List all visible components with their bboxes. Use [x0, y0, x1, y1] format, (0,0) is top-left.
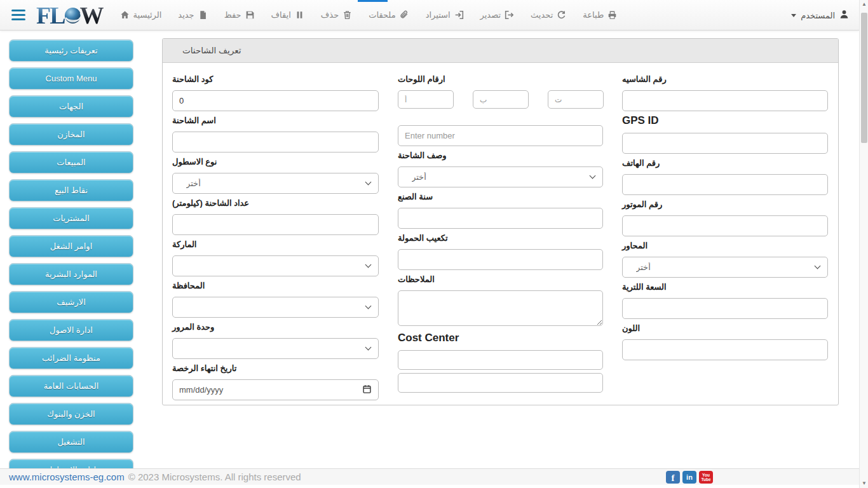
sidebar-item-label: منظومة الضرائب — [42, 353, 100, 363]
cost-center-input-2[interactable] — [398, 373, 603, 393]
load-volume-input[interactable] — [398, 249, 603, 270]
phone-number-input[interactable] — [622, 174, 828, 195]
plate-letter-2-input[interactable] — [473, 90, 529, 109]
scroll-up-arrow[interactable]: ▲ — [860, 0, 868, 9]
sidebar-item-warehouses[interactable]: المخازن — [9, 123, 133, 146]
toolbar-item-pause[interactable]: ايقاف — [263, 0, 313, 30]
form-column-middle: ارقام اللوحات وصف الشاحنة أختر سنة الصنع… — [398, 73, 603, 400]
odometer-input[interactable] — [172, 214, 379, 235]
governorate-select[interactable] — [172, 297, 379, 318]
date-placeholder: mm/dd/yyyy — [179, 385, 223, 395]
panel-body: كود الشاحنة اسم الشاحنة نوع الاسطول أختر… — [163, 63, 838, 400]
toolbar-item-label: تحديث — [531, 10, 553, 20]
top-accent-strip — [358, 0, 388, 2]
toolbar-item-delete[interactable]: حذف — [313, 0, 360, 30]
notes-textarea[interactable] — [398, 290, 603, 326]
vertical-scrollbar[interactable]: ▲ ▼ — [859, 0, 868, 488]
toolbar-item-import[interactable]: استيراد — [417, 0, 472, 30]
manufacture-year-label: سنة الصنع — [398, 192, 603, 201]
website-link[interactable]: www.microsystems-eg.com — [9, 471, 125, 482]
sidebar-item-pos[interactable]: نقاط البيع — [9, 179, 133, 201]
motor-number-label: رقم الموتور — [622, 200, 828, 209]
pause-icon — [295, 10, 304, 20]
notes-label: الملاحظات — [398, 274, 603, 284]
plate-number-input[interactable] — [398, 125, 603, 146]
color-label: اللون — [622, 323, 828, 333]
sidebar-item-archive[interactable]: الارشيف — [9, 291, 133, 313]
toolbar-item-label: جديد — [178, 10, 194, 20]
gps-id-label: GPS ID — [622, 114, 828, 127]
logo-text-w: W — [80, 3, 104, 27]
sidebar-item-label: Custom Menu — [46, 74, 97, 83]
scrollbar-thumb[interactable] — [861, 13, 867, 143]
refresh-icon — [557, 10, 566, 20]
toolbar-item-home[interactable]: الرئيسية — [112, 0, 170, 30]
liter-capacity-label: السعة اللترية — [622, 282, 828, 292]
sidebar-item-operation[interactable]: التشغيل — [9, 431, 133, 453]
toolbar-item-refresh[interactable]: تحديث — [522, 0, 574, 30]
chassis-number-label: رقم الشاسيه — [622, 74, 828, 84]
color-input[interactable] — [622, 339, 828, 360]
toolbar-item-export[interactable]: تصدير — [472, 0, 523, 30]
footer-social: finYouTube — [666, 471, 713, 484]
brand-select[interactable] — [172, 255, 379, 276]
sidebar-item-label: تعريفات رئيسية — [44, 46, 97, 55]
truck-definition-panel: تعريف الشاحنات كود الشاحنة اسم الشاحنة ن… — [162, 38, 839, 405]
cost-center-inputs — [398, 350, 603, 396]
toolbar-item-label: حذف — [321, 10, 339, 20]
gps-id-input[interactable] — [622, 133, 828, 154]
toolbar-item-save[interactable]: حفظ — [216, 0, 263, 30]
odometer-label: عداد الشاحنة (كيلومتر) — [172, 198, 379, 208]
toolbar: FL W الرئيسيةجديدحفظايقافحذفملحقاتاستيرا… — [0, 0, 859, 30]
sidebar-item-custom-menu[interactable]: Custom Menu — [9, 67, 133, 90]
calendar-icon-slot — [362, 384, 372, 396]
sidebar-item-tax-system[interactable]: منظومة الضرائب — [9, 347, 133, 369]
sidebar-item-label: نقاط البيع — [55, 186, 88, 195]
user-menu[interactable]: المستخدم — [791, 0, 849, 30]
toolbar-item-label: طباعة — [583, 10, 604, 20]
toolbar-items: الرئيسيةجديدحفظايقافحذفملحقاتاستيرادتصدي… — [112, 0, 626, 30]
axles-select[interactable]: أختر — [622, 257, 828, 278]
truck-code-label: كود الشاحنة — [172, 74, 379, 84]
menu-icon[interactable] — [11, 7, 25, 22]
cost-center-input-1[interactable] — [398, 350, 603, 370]
truck-name-input[interactable] — [172, 132, 379, 152]
motor-number-input[interactable] — [622, 215, 828, 236]
plate-letter-3-input[interactable] — [548, 90, 604, 109]
toolbar-item-new[interactable]: جديد — [170, 0, 215, 30]
person-icon — [839, 10, 849, 19]
sidebar-item-main-definitions[interactable]: تعريفات رئيسية — [9, 39, 133, 62]
chevron-down-icon — [791, 14, 796, 17]
truck-code-input[interactable] — [172, 90, 379, 111]
sidebar-item-label: الخزن والبنوك — [47, 409, 95, 419]
trash-icon — [342, 10, 352, 20]
save-icon — [245, 10, 255, 20]
sidebar-item-purchases[interactable]: المشتريات — [9, 207, 133, 229]
facebook-icon[interactable]: f — [666, 471, 680, 484]
sidebar-item-hr[interactable]: الموارد البشرية — [9, 263, 133, 285]
fleet-type-select[interactable]: أختر — [172, 173, 379, 194]
toolbar-item-print[interactable]: طباعة — [574, 0, 625, 30]
chassis-number-input[interactable] — [622, 90, 828, 111]
scroll-down-arrow[interactable]: ▼ — [860, 479, 868, 488]
sidebar-item-sales[interactable]: المبيعات — [9, 151, 133, 173]
sidebar-item-treasury-banks[interactable]: الخزن والبنوك — [9, 403, 133, 425]
sidebar-item-entities[interactable]: الجهات — [9, 95, 133, 118]
plate-letter-1-input[interactable] — [398, 90, 454, 109]
toolbar-item-attachments[interactable]: ملحقات — [360, 0, 417, 30]
user-menu-label: المستخدم — [801, 11, 835, 20]
traffic-unit-select[interactable] — [172, 338, 379, 359]
sidebar-item-general-accounts[interactable]: الحسابات العامة — [9, 375, 133, 397]
sidebar-item-asset-management[interactable]: ادارة الاصول — [9, 319, 133, 341]
truck-description-select[interactable]: أختر — [398, 166, 603, 187]
logo-globe-icon — [64, 7, 81, 24]
sidebar-item-work-orders[interactable]: اوامر الشغل — [9, 235, 133, 257]
governorate-label: المحافظة — [172, 281, 379, 290]
toolbar-item-label: ملحقات — [369, 10, 395, 20]
manufacture-year-input[interactable] — [398, 208, 603, 229]
liter-capacity-input[interactable] — [622, 298, 828, 319]
license-expiry-date-input[interactable]: mm/dd/yyyy — [172, 379, 379, 400]
home-icon — [120, 10, 130, 20]
youtube-icon[interactable]: YouTube — [699, 471, 713, 484]
linkedin-icon[interactable]: in — [682, 471, 696, 484]
